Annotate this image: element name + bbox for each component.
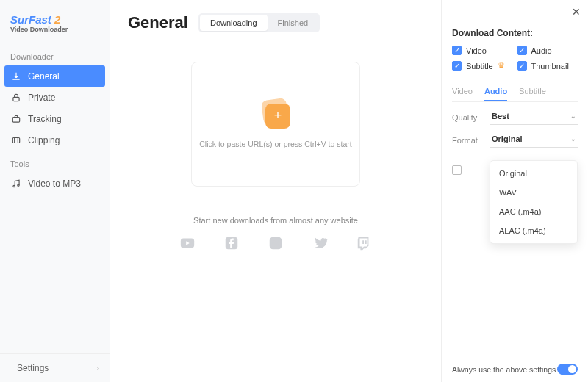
sidebar-label-private: Private [28, 93, 55, 103]
logo-text1: SurFast [10, 13, 51, 26]
format-option-aac[interactable]: AAC (.m4a) [490, 202, 577, 221]
youtube-icon [179, 235, 196, 253]
panel-title: Download Content: [452, 28, 578, 38]
instagram-icon [268, 235, 284, 253]
check-label-audio: Audio [531, 46, 552, 55]
subtab-audio[interactable]: Audio [484, 87, 507, 101]
sidebar-item-clipping[interactable]: Clipping [0, 129, 110, 151]
settings-panel: ✕ Download Content: Video Audio Subtitle… [441, 0, 588, 382]
subtab-subtitle[interactable]: Subtitle [519, 87, 546, 101]
crown-icon: ♛ [498, 61, 505, 71]
sidebar-label-tracking: Tracking [28, 114, 62, 124]
page-title: General [128, 13, 188, 32]
film-icon [10, 134, 21, 145]
check-thumbnail[interactable]: Thumbnail [517, 61, 578, 71]
svg-point-3 [12, 185, 14, 187]
subtab-video[interactable]: Video [452, 87, 473, 101]
checkbox-icon [517, 46, 527, 55]
sidebar-item-tracking[interactable]: Tracking [0, 108, 110, 129]
lock-icon [10, 92, 21, 103]
main-tab-group: Downloading Finished [198, 13, 320, 32]
twitter-icon [312, 235, 328, 253]
check-audio[interactable]: Audio [517, 46, 578, 55]
format-option-alac[interactable]: ALAC (.m4a) [490, 221, 577, 240]
sidebar-label-general: General [28, 71, 60, 82]
check-label-thumbnail: Thumbnail [531, 62, 569, 71]
download-icon [10, 71, 21, 82]
music-note-icon [10, 178, 21, 189]
checkbox-empty-icon [452, 165, 462, 175]
format-select[interactable]: Original⌄ [490, 132, 578, 148]
svg-rect-2 [12, 137, 19, 143]
sidebar-label-settings: Settings [17, 363, 49, 373]
quality-select[interactable]: Best⌄ [490, 109, 578, 125]
platform-icons-row [128, 235, 423, 253]
logo: SurFast 2 Video Downloader [0, 13, 110, 43]
twitch-icon [356, 235, 372, 253]
svg-point-10 [279, 239, 280, 241]
promo-text: Start new downloads from almost any webs… [128, 216, 423, 225]
footer-label: Always use the above settings [452, 365, 556, 374]
svg-point-4 [17, 184, 18, 186]
tab-finished[interactable]: Finished [268, 15, 319, 31]
tab-downloading[interactable]: Downloading [200, 15, 268, 31]
url-drop-zone[interactable]: + Click to paste URL(s) or press Ctrl+V … [191, 62, 360, 187]
sidebar-section-downloader: Downloader [0, 48, 110, 65]
check-label-video: Video [466, 46, 487, 55]
sidebar-label-clipping: Clipping [28, 135, 60, 145]
format-dropdown: Original WAV AAC (.m4a) ALAC (.m4a) [490, 160, 578, 244]
close-button[interactable]: ✕ [572, 6, 581, 18]
format-option-original[interactable]: Original [490, 164, 577, 183]
sidebar: SurFast 2 Video Downloader Downloader Ge… [0, 0, 110, 382]
drop-zone-text: Click to paste URL(s) or press Ctrl+V to… [199, 139, 351, 150]
check-label-subtitle: Subtitle [466, 62, 493, 71]
checkbox-icon [452, 46, 462, 55]
logo-text2: 2 [54, 13, 60, 26]
sidebar-item-private[interactable]: Private [0, 87, 110, 108]
format-label: Format [452, 136, 483, 145]
facebook-icon [223, 235, 240, 253]
svg-rect-0 [12, 97, 18, 101]
checkbox-icon [517, 61, 527, 71]
add-url-icon: + [259, 99, 292, 131]
sidebar-item-video-to-mp3[interactable]: Video to MP3 [0, 173, 110, 194]
quality-label: Quality [452, 113, 483, 122]
check-subtitle[interactable]: Subtitle ♛ [452, 61, 513, 71]
check-video[interactable]: Video [452, 46, 513, 55]
format-option-wav[interactable]: WAV [490, 183, 577, 202]
sidebar-item-general[interactable]: General [4, 65, 105, 87]
quality-value: Best [492, 112, 509, 120]
svg-rect-1 [12, 117, 19, 121]
sidebar-item-settings[interactable]: Settings › [0, 353, 110, 382]
checkbox-icon [452, 61, 462, 71]
main-area: General Downloading Finished + Click to … [110, 0, 441, 382]
sidebar-label-video-to-mp3: Video to MP3 [28, 179, 81, 189]
chevron-right-icon: › [96, 363, 99, 373]
chevron-down-icon: ⌄ [570, 135, 576, 143]
chevron-down-icon: ⌄ [570, 112, 576, 120]
logo-sub: Video Downloader [10, 26, 99, 33]
sidebar-section-tools: Tools [0, 155, 110, 173]
briefcase-icon [10, 113, 21, 124]
svg-point-9 [273, 241, 278, 245]
always-use-toggle[interactable] [557, 364, 578, 375]
format-value: Original [492, 134, 523, 143]
